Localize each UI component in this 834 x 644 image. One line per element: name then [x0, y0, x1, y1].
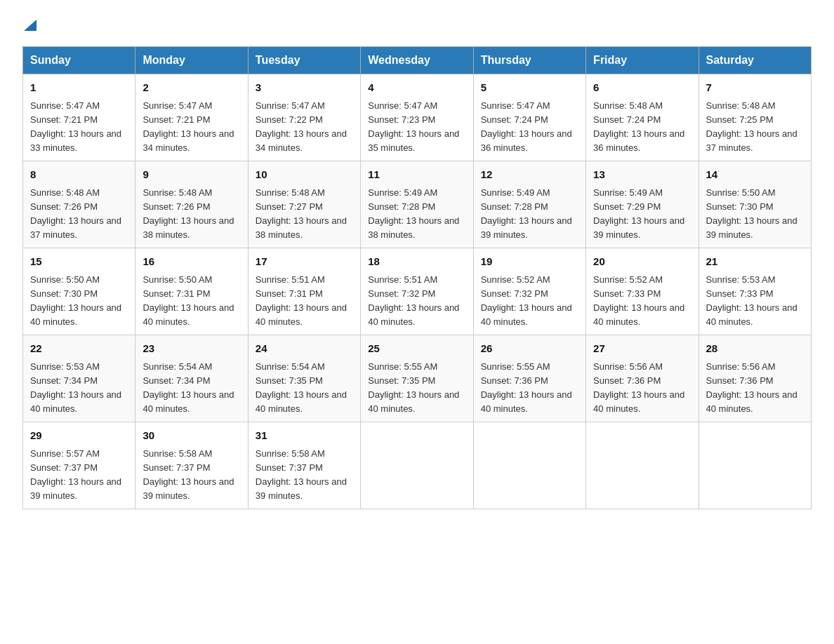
calendar-cell: 11 Sunrise: 5:49 AMSunset: 7:28 PMDaylig…: [361, 161, 473, 248]
day-number: 13: [593, 167, 691, 183]
day-info: Sunrise: 5:58 AMSunset: 7:37 PMDaylight:…: [143, 448, 234, 501]
calendar-cell: 12 Sunrise: 5:49 AMSunset: 7:28 PMDaylig…: [473, 161, 585, 248]
calendar-cell: 4 Sunrise: 5:47 AMSunset: 7:23 PMDayligh…: [361, 74, 473, 161]
day-of-week-header: Monday: [135, 47, 248, 74]
day-info: Sunrise: 5:53 AMSunset: 7:34 PMDaylight:…: [30, 361, 121, 414]
calendar-cell: 29 Sunrise: 5:57 AMSunset: 7:37 PMDaylig…: [23, 422, 135, 509]
day-number: 4: [368, 80, 465, 96]
day-number: 24: [256, 341, 353, 357]
day-info: Sunrise: 5:52 AMSunset: 7:33 PMDaylight:…: [593, 274, 684, 327]
svg-marker-0: [24, 20, 37, 31]
calendar-cell: 22 Sunrise: 5:53 AMSunset: 7:34 PMDaylig…: [23, 335, 135, 422]
day-number: 31: [256, 428, 353, 444]
day-info: Sunrise: 5:52 AMSunset: 7:32 PMDaylight:…: [481, 274, 572, 327]
calendar-cell: 5 Sunrise: 5:47 AMSunset: 7:24 PMDayligh…: [473, 74, 585, 161]
day-of-week-header: Saturday: [699, 47, 811, 74]
day-number: 18: [368, 254, 465, 270]
calendar-cell: 31 Sunrise: 5:58 AMSunset: 7:37 PMDaylig…: [248, 422, 360, 509]
day-number: 29: [30, 428, 128, 444]
day-of-week-header: Wednesday: [361, 47, 473, 74]
day-info: Sunrise: 5:55 AMSunset: 7:35 PMDaylight:…: [368, 361, 459, 414]
calendar-cell: 28 Sunrise: 5:56 AMSunset: 7:36 PMDaylig…: [699, 335, 811, 422]
day-number: 11: [368, 167, 465, 183]
day-info: Sunrise: 5:58 AMSunset: 7:37 PMDaylight:…: [256, 448, 347, 501]
day-number: 28: [706, 341, 804, 357]
calendar-cell: 19 Sunrise: 5:52 AMSunset: 7:32 PMDaylig…: [473, 248, 585, 335]
day-info: Sunrise: 5:49 AMSunset: 7:28 PMDaylight:…: [368, 187, 459, 240]
day-info: Sunrise: 5:48 AMSunset: 7:26 PMDaylight:…: [143, 187, 234, 240]
calendar-cell: 13 Sunrise: 5:49 AMSunset: 7:29 PMDaylig…: [586, 161, 699, 248]
day-number: 23: [143, 341, 240, 357]
calendar-cell: 10 Sunrise: 5:48 AMSunset: 7:27 PMDaylig…: [248, 161, 360, 248]
day-number: 1: [30, 80, 128, 96]
day-info: Sunrise: 5:47 AMSunset: 7:24 PMDaylight:…: [481, 100, 572, 153]
day-info: Sunrise: 5:48 AMSunset: 7:26 PMDaylight:…: [30, 187, 121, 240]
calendar-cell: 7 Sunrise: 5:48 AMSunset: 7:25 PMDayligh…: [699, 74, 811, 161]
day-number: 16: [143, 254, 240, 270]
day-number: 22: [30, 341, 128, 357]
day-number: 6: [593, 80, 691, 96]
calendar-cell: 20 Sunrise: 5:52 AMSunset: 7:33 PMDaylig…: [586, 248, 699, 335]
day-number: 12: [481, 167, 578, 183]
calendar-cell: 2 Sunrise: 5:47 AMSunset: 7:21 PMDayligh…: [135, 74, 248, 161]
day-number: 21: [706, 254, 804, 270]
logo: [22, 17, 38, 32]
day-info: Sunrise: 5:47 AMSunset: 7:21 PMDaylight:…: [30, 100, 121, 153]
calendar-cell: 17 Sunrise: 5:51 AMSunset: 7:31 PMDaylig…: [248, 248, 360, 335]
day-info: Sunrise: 5:51 AMSunset: 7:31 PMDaylight:…: [256, 274, 347, 327]
day-number: 27: [593, 341, 691, 357]
calendar-cell: 14 Sunrise: 5:50 AMSunset: 7:30 PMDaylig…: [699, 161, 811, 248]
day-number: 8: [30, 167, 128, 183]
calendar-cell: [699, 422, 811, 509]
calendar-cell: 3 Sunrise: 5:47 AMSunset: 7:22 PMDayligh…: [248, 74, 360, 161]
calendar-cell: 15 Sunrise: 5:50 AMSunset: 7:30 PMDaylig…: [23, 248, 135, 335]
day-number: 25: [368, 341, 465, 357]
calendar-cell: [473, 422, 585, 509]
day-info: Sunrise: 5:48 AMSunset: 7:25 PMDaylight:…: [706, 100, 797, 153]
calendar-table: SundayMondayTuesdayWednesdayThursdayFrid…: [22, 46, 812, 509]
day-number: 9: [143, 167, 240, 183]
calendar-cell: 27 Sunrise: 5:56 AMSunset: 7:36 PMDaylig…: [586, 335, 699, 422]
day-number: 7: [706, 80, 804, 96]
day-info: Sunrise: 5:51 AMSunset: 7:32 PMDaylight:…: [368, 274, 459, 327]
calendar-cell: 26 Sunrise: 5:55 AMSunset: 7:36 PMDaylig…: [473, 335, 585, 422]
day-number: 20: [593, 254, 691, 270]
day-info: Sunrise: 5:48 AMSunset: 7:24 PMDaylight:…: [593, 100, 684, 153]
day-number: 26: [481, 341, 578, 357]
day-number: 19: [481, 254, 578, 270]
day-info: Sunrise: 5:50 AMSunset: 7:30 PMDaylight:…: [30, 274, 121, 327]
calendar-cell: 1 Sunrise: 5:47 AMSunset: 7:21 PMDayligh…: [23, 74, 135, 161]
day-number: 3: [256, 80, 353, 96]
page-header: [22, 17, 812, 32]
calendar-week-row: 1 Sunrise: 5:47 AMSunset: 7:21 PMDayligh…: [23, 74, 812, 161]
day-of-week-header: Tuesday: [248, 47, 360, 74]
day-number: 14: [706, 167, 804, 183]
day-info: Sunrise: 5:49 AMSunset: 7:28 PMDaylight:…: [481, 187, 572, 240]
day-number: 2: [143, 80, 240, 96]
calendar-cell: [586, 422, 699, 509]
calendar-cell: 25 Sunrise: 5:55 AMSunset: 7:35 PMDaylig…: [361, 335, 473, 422]
day-info: Sunrise: 5:54 AMSunset: 7:34 PMDaylight:…: [143, 361, 234, 414]
day-number: 17: [256, 254, 353, 270]
logo-triangle-icon: [22, 17, 38, 32]
calendar-cell: 21 Sunrise: 5:53 AMSunset: 7:33 PMDaylig…: [699, 248, 811, 335]
day-of-week-header: Friday: [586, 47, 699, 74]
calendar-cell: 24 Sunrise: 5:54 AMSunset: 7:35 PMDaylig…: [248, 335, 360, 422]
calendar-week-row: 15 Sunrise: 5:50 AMSunset: 7:30 PMDaylig…: [23, 248, 812, 335]
day-number: 5: [481, 80, 578, 96]
day-info: Sunrise: 5:56 AMSunset: 7:36 PMDaylight:…: [706, 361, 797, 414]
day-info: Sunrise: 5:47 AMSunset: 7:23 PMDaylight:…: [368, 100, 459, 153]
day-info: Sunrise: 5:54 AMSunset: 7:35 PMDaylight:…: [256, 361, 347, 414]
day-info: Sunrise: 5:49 AMSunset: 7:29 PMDaylight:…: [593, 187, 684, 240]
day-info: Sunrise: 5:55 AMSunset: 7:36 PMDaylight:…: [481, 361, 572, 414]
day-info: Sunrise: 5:47 AMSunset: 7:22 PMDaylight:…: [256, 100, 347, 153]
calendar-cell: 9 Sunrise: 5:48 AMSunset: 7:26 PMDayligh…: [135, 161, 248, 248]
calendar-cell: [361, 422, 473, 509]
calendar-cell: 16 Sunrise: 5:50 AMSunset: 7:31 PMDaylig…: [135, 248, 248, 335]
calendar-cell: 6 Sunrise: 5:48 AMSunset: 7:24 PMDayligh…: [586, 74, 699, 161]
calendar-cell: 23 Sunrise: 5:54 AMSunset: 7:34 PMDaylig…: [135, 335, 248, 422]
day-info: Sunrise: 5:48 AMSunset: 7:27 PMDaylight:…: [256, 187, 347, 240]
day-of-week-header: Sunday: [23, 47, 135, 74]
calendar-week-row: 8 Sunrise: 5:48 AMSunset: 7:26 PMDayligh…: [23, 161, 812, 248]
day-number: 10: [256, 167, 353, 183]
